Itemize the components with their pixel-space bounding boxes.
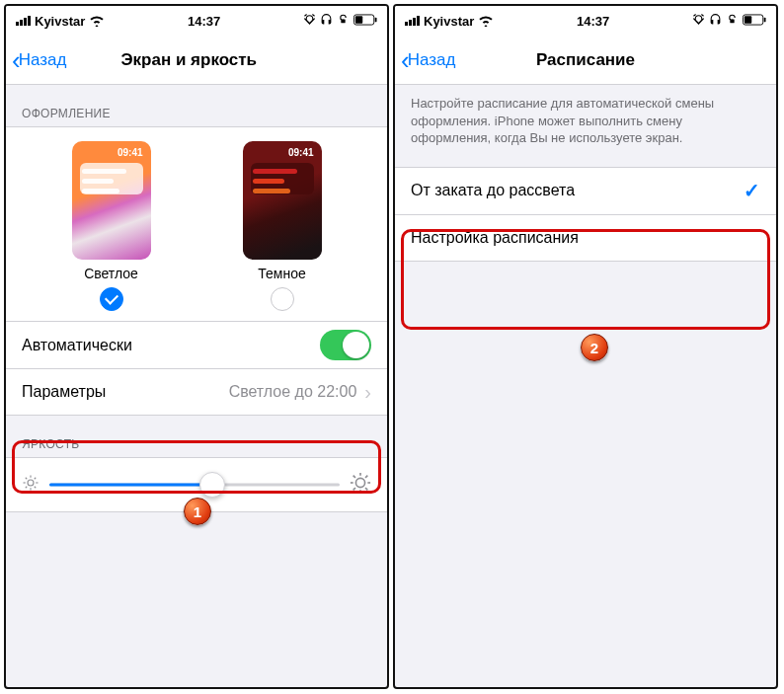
automatic-label: Автоматически <box>22 337 132 354</box>
status-right <box>303 13 377 29</box>
svg-line-9 <box>35 487 37 489</box>
row-automatic: Автоматически <box>6 321 387 368</box>
orientation-lock-icon <box>337 13 350 29</box>
radio-light[interactable] <box>100 287 123 311</box>
theme-option-light[interactable]: 09:41 Светлое <box>72 141 151 311</box>
svg-rect-1 <box>355 16 362 23</box>
svg-line-10 <box>26 487 28 489</box>
signal-icon <box>16 16 31 26</box>
section-header-brightness: ЯРКОСТЬ <box>6 416 387 457</box>
annotation-badge-1: 1 <box>184 498 211 525</box>
status-right <box>692 13 766 29</box>
nav-bar: ‹ Назад Экран и яркость <box>6 36 387 85</box>
phone-left: Kyivstar 14:37 ‹ Назад Экран и яркость О… <box>4 4 389 689</box>
svg-line-19 <box>353 488 355 490</box>
row-parameters[interactable]: Параметры Светлое до 22:00 › <box>6 368 387 416</box>
orientation-lock-icon <box>726 13 739 29</box>
nav-bar: ‹ Назад Расписание <box>395 36 776 85</box>
wifi-icon <box>89 15 105 27</box>
svg-rect-22 <box>745 16 751 23</box>
status-time: 14:37 <box>577 14 609 29</box>
alarm-icon <box>303 13 316 29</box>
status-left: Kyivstar <box>405 14 494 29</box>
back-button[interactable]: ‹ Назад <box>12 47 66 73</box>
theme-option-dark[interactable]: 09:41 Темное <box>243 141 322 311</box>
parameters-label: Параметры <box>22 383 106 401</box>
status-time: 14:37 <box>188 14 220 29</box>
back-button[interactable]: ‹ Назад <box>401 47 455 73</box>
chevron-right-icon: › <box>364 381 371 404</box>
headphone-icon <box>320 13 333 29</box>
svg-line-20 <box>365 476 367 478</box>
theme-picker: 09:41 Светлое 09:41 <box>6 127 387 321</box>
svg-line-17 <box>353 476 355 478</box>
status-left: Kyivstar <box>16 14 105 29</box>
option-custom-label: Настройка расписания <box>411 229 579 247</box>
status-bar: Kyivstar 14:37 <box>6 6 387 36</box>
svg-rect-23 <box>764 17 766 22</box>
section-header-appearance: ОФОРМЛЕНИЕ <box>6 85 387 126</box>
automatic-toggle[interactable] <box>320 330 371 360</box>
carrier-label: Kyivstar <box>35 14 85 29</box>
page-title: Расписание <box>536 50 635 70</box>
status-bar: Kyivstar 14:37 <box>395 6 776 36</box>
theme-thumb-dark: 09:41 <box>243 141 322 260</box>
schedule-description: Настройте расписание для автоматической … <box>395 85 776 153</box>
content-left: ОФОРМЛЕНИЕ 09:41 Светлое 09:41 <box>6 85 387 687</box>
battery-icon <box>743 14 766 29</box>
phone-right: Kyivstar 14:37 ‹ Назад Расписание Настро… <box>393 4 778 689</box>
appearance-group: 09:41 Светлое 09:41 <box>6 126 387 416</box>
brightness-slider[interactable] <box>49 470 340 500</box>
thumb-time: 09:41 <box>288 147 314 158</box>
svg-rect-2 <box>375 17 377 22</box>
theme-thumb-light: 09:41 <box>72 141 151 260</box>
headphone-icon <box>709 13 722 29</box>
svg-point-12 <box>355 478 364 487</box>
back-label: Назад <box>19 50 67 70</box>
svg-line-11 <box>35 478 37 480</box>
row-custom-schedule[interactable]: Настройка расписания <box>395 214 776 262</box>
annotation-badge-2: 2 <box>581 334 608 361</box>
sun-large-icon <box>350 472 371 498</box>
option-sunset-label: От заката до рассвета <box>411 182 575 199</box>
theme-label-dark: Темное <box>258 266 305 281</box>
radio-dark[interactable] <box>271 287 294 311</box>
battery-icon <box>353 14 377 29</box>
page-title: Экран и яркость <box>120 50 257 70</box>
checkmark-icon: ✓ <box>744 179 760 202</box>
svg-line-8 <box>26 478 28 480</box>
parameters-value: Светлое до 22:00 <box>229 383 357 401</box>
slider-thumb[interactable] <box>199 472 225 498</box>
alarm-icon <box>692 13 705 29</box>
sun-small-icon <box>22 474 39 496</box>
row-sunset-sunrise[interactable]: От заката до рассвета ✓ <box>395 167 776 214</box>
content-right: Настройте расписание для автоматической … <box>395 85 776 687</box>
back-label: Назад <box>408 50 456 70</box>
svg-point-3 <box>28 480 34 486</box>
signal-icon <box>405 16 420 26</box>
svg-line-18 <box>365 488 367 490</box>
wifi-icon <box>478 15 494 27</box>
carrier-label: Kyivstar <box>424 14 474 29</box>
theme-label-light: Светлое <box>84 266 138 281</box>
thumb-time: 09:41 <box>118 147 143 158</box>
